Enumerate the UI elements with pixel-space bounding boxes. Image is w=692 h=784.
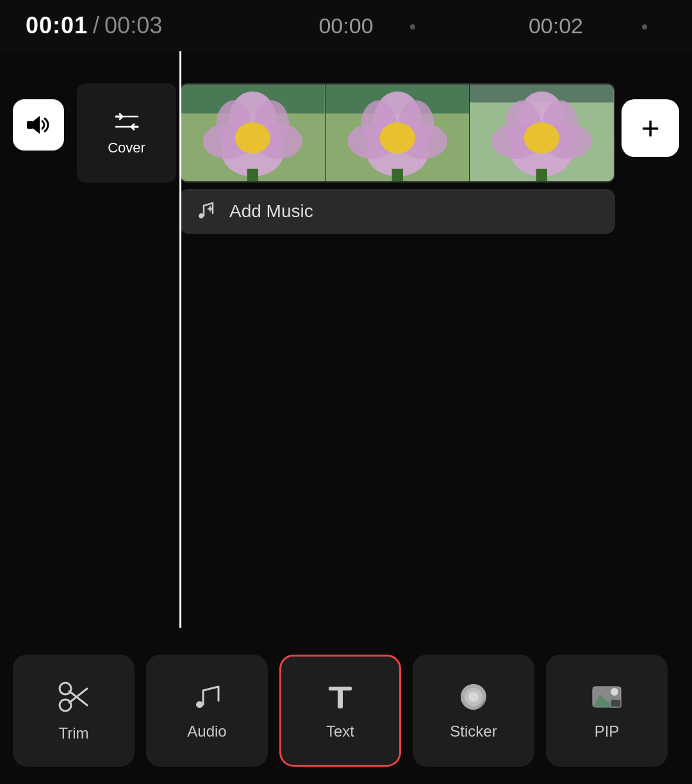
time-dot-end — [642, 24, 647, 29]
video-thumb-3 — [470, 85, 614, 181]
time-endpoint: 00:02 — [529, 13, 583, 38]
audio-label: Audio — [187, 723, 226, 740]
sticker-icon — [457, 680, 490, 716]
add-music-bar[interactable]: Add Music — [179, 189, 615, 234]
trim-tool-button[interactable]: Trim — [13, 655, 135, 767]
text-tool-button[interactable]: Text — [279, 655, 401, 767]
volume-button[interactable] — [13, 99, 64, 151]
cover-thumbnail[interactable]: Cover — [77, 83, 176, 183]
scissors-icon — [55, 678, 92, 718]
svg-point-21 — [379, 122, 415, 153]
plus-icon: + — [641, 112, 659, 144]
playhead — [179, 51, 181, 628]
cover-arrows-icon — [111, 110, 143, 136]
text-t-icon — [324, 680, 357, 716]
cover-label: Cover — [108, 140, 145, 156]
volume-icon — [24, 111, 53, 139]
pip-tool-button[interactable]: PIP — [546, 655, 668, 767]
svg-point-33 — [60, 699, 71, 711]
svg-rect-46 — [611, 699, 621, 707]
svg-point-41 — [468, 692, 479, 702]
svg-rect-32 — [536, 169, 547, 181]
video-thumb-1 — [181, 85, 325, 181]
svg-rect-22 — [391, 169, 402, 181]
time-current: 00:01 — [26, 12, 88, 39]
svg-point-34 — [60, 683, 71, 694]
timeline-track: Cover — [77, 64, 615, 192]
text-label: Text — [326, 723, 354, 740]
svg-rect-38 — [338, 687, 343, 708]
time-dot-mid — [410, 24, 415, 29]
svg-point-11 — [235, 122, 270, 153]
bottom-toolbar: Trim Audio Text — [0, 643, 692, 784]
audio-tool-button[interactable]: Audio — [146, 655, 268, 767]
trim-label: Trim — [58, 724, 88, 742]
svg-line-35 — [69, 691, 87, 705]
pip-icon — [590, 680, 623, 716]
time-total: 00:03 — [104, 12, 162, 39]
svg-rect-0 — [27, 121, 33, 129]
add-clip-button[interactable]: + — [622, 99, 679, 157]
music-note-plus-icon — [195, 198, 218, 225]
sticker-tool-button[interactable]: Sticker — [413, 655, 534, 767]
pip-label: PIP — [595, 723, 620, 740]
svg-point-31 — [524, 122, 559, 153]
audio-note-icon — [190, 680, 224, 716]
video-thumb-2 — [325, 85, 470, 181]
timeline-header: 00:01 / 00:03 00:00 00:02 — [0, 0, 692, 51]
time-midpoint: 00:00 — [318, 13, 373, 38]
video-strip — [179, 83, 615, 183]
time-separator: / — [93, 12, 99, 39]
svg-line-36 — [69, 689, 87, 703]
svg-rect-12 — [247, 169, 258, 181]
sticker-label: Sticker — [450, 723, 497, 740]
svg-point-45 — [611, 688, 618, 696]
add-music-label: Add Music — [229, 201, 313, 222]
